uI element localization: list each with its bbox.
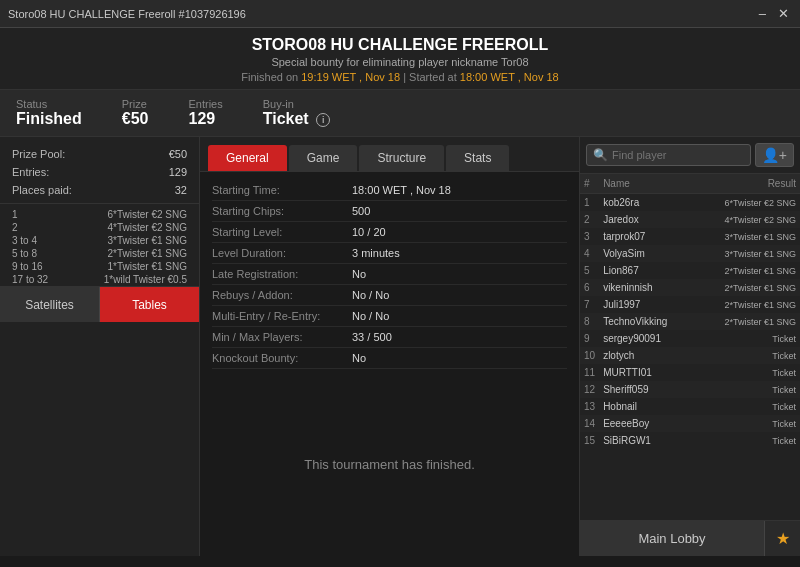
player-name: tarprok07 — [599, 228, 695, 245]
table-row[interactable]: 2Jaredox4*Twister €2 SNG — [580, 211, 800, 228]
started-time: 18:00 WET , Nov 18 — [460, 71, 559, 83]
add-player-button[interactable]: 👤+ — [755, 143, 794, 167]
table-row[interactable]: 7Juli19972*Twister €1 SNG — [580, 296, 800, 313]
info-bar: Status Finished Prize €50 Entries 129 Bu… — [0, 90, 800, 137]
left-section: Prize Pool: €50 Entries: 129 Places paid… — [0, 145, 199, 322]
prize-label: 4*Twister €2 SNG — [108, 222, 187, 233]
player-result: Ticket — [695, 330, 800, 347]
gen-value: No — [352, 352, 366, 364]
gen-value: 3 minutes — [352, 247, 400, 259]
buyin-value: Ticket i — [263, 110, 330, 128]
table-row[interactable]: 4VolyaSim3*Twister €1 SNG — [580, 245, 800, 262]
general-row: Late Registration:No — [212, 264, 567, 285]
entries-row: Entries: 129 — [0, 163, 199, 181]
table-row[interactable]: 8TechnoVikking2*Twister €1 SNG — [580, 313, 800, 330]
hash-header: # — [580, 174, 599, 194]
player-result: 2*Twister €1 SNG — [695, 313, 800, 330]
window-controls: – ✕ — [756, 6, 792, 21]
tab-structure[interactable]: Structure — [359, 145, 444, 171]
prize-label: 1*Twister €1 SNG — [108, 261, 187, 272]
prize-row: 16*Twister €2 SNG — [8, 208, 191, 221]
info-icon[interactable]: i — [316, 113, 330, 127]
prize-pool-row: Prize Pool: €50 — [0, 145, 199, 163]
general-row: Starting Time:18:00 WET , Nov 18 — [212, 180, 567, 201]
table-row[interactable]: 3tarprok073*Twister €1 SNG — [580, 228, 800, 245]
player-rank: 4 — [580, 245, 599, 262]
player-result: 6*Twister €2 SNG — [695, 194, 800, 212]
table-row[interactable]: 14EeeeeBoyTicket — [580, 415, 800, 432]
tab-stats[interactable]: Stats — [446, 145, 509, 171]
player-rank: 14 — [580, 415, 599, 432]
gen-label: Level Duration: — [212, 247, 352, 259]
player-name: SiBiRGW1 — [599, 432, 695, 449]
table-row[interactable]: 12Sheriff059Ticket — [580, 381, 800, 398]
window-title: Storo08 HU CHALLENGE Freeroll #103792619… — [8, 8, 246, 20]
player-result: 2*Twister €1 SNG — [695, 296, 800, 313]
place-label: 3 to 4 — [12, 235, 37, 246]
prize-row: 3 to 43*Twister €1 SNG — [8, 234, 191, 247]
tab-game[interactable]: Game — [289, 145, 358, 171]
status-item: Status Finished — [16, 98, 82, 128]
gen-value: 18:00 WET , Nov 18 — [352, 184, 451, 196]
general-row: Min / Max Players:33 / 500 — [212, 327, 567, 348]
prize-label: 6*Twister €2 SNG — [108, 209, 187, 220]
gen-value: No — [352, 268, 366, 280]
name-header: Name — [599, 174, 695, 194]
buyin-label: Buy-in — [263, 98, 330, 110]
general-row: Level Duration:3 minutes — [212, 243, 567, 264]
gen-value: 500 — [352, 205, 370, 217]
table-row[interactable]: 11MURTTI01Ticket — [580, 364, 800, 381]
tab-general[interactable]: General — [208, 145, 287, 171]
player-rank: 13 — [580, 398, 599, 415]
minimize-button[interactable]: – — [756, 6, 769, 21]
general-row: Knockout Bounty:No — [212, 348, 567, 369]
close-button[interactable]: ✕ — [775, 6, 792, 21]
player-rank: 9 — [580, 330, 599, 347]
table-row[interactable]: 1kob26ra6*Twister €2 SNG — [580, 194, 800, 212]
main-lobby-button[interactable]: Main Lobby — [580, 521, 764, 556]
prize-row: 9 to 161*Twister €1 SNG — [8, 260, 191, 273]
player-name: Jaredox — [599, 211, 695, 228]
entries-label-left: Entries: — [12, 166, 49, 178]
satellites-button[interactable]: Satellites — [0, 287, 100, 322]
tournament-title: STORO08 HU CHALLENGE FREEROLL — [0, 36, 800, 54]
search-input-wrap[interactable]: 🔍 — [586, 144, 751, 166]
gen-label: Starting Time: — [212, 184, 352, 196]
main-lobby-row: Main Lobby ★ — [580, 520, 800, 556]
table-row[interactable]: 9sergey90091Ticket — [580, 330, 800, 347]
finished-message: This tournament has finished. — [200, 372, 579, 556]
player-result: Ticket — [695, 398, 800, 415]
general-row: Starting Level:10 / 20 — [212, 222, 567, 243]
general-row: Multi-Entry / Re-Entry:No / No — [212, 306, 567, 327]
table-row[interactable]: 10zlotychTicket — [580, 347, 800, 364]
left-top: Prize Pool: €50 Entries: 129 Places paid… — [0, 145, 199, 286]
star-button[interactable]: ★ — [764, 521, 800, 556]
gen-value: 33 / 500 — [352, 331, 392, 343]
player-rank: 11 — [580, 364, 599, 381]
left-panel: Prize Pool: €50 Entries: 129 Places paid… — [0, 137, 200, 556]
search-input[interactable] — [612, 149, 744, 161]
table-row[interactable]: 13HobnailTicket — [580, 398, 800, 415]
player-name: TechnoVikking — [599, 313, 695, 330]
player-result: 2*Twister €1 SNG — [695, 262, 800, 279]
prize-value: €50 — [122, 110, 149, 128]
places-paid-value: 32 — [175, 184, 187, 196]
gen-label: Multi-Entry / Re-Entry: — [212, 310, 352, 322]
search-bar: 🔍 👤+ — [580, 137, 800, 174]
divider — [0, 203, 199, 204]
table-row[interactable]: 6vikeninnish2*Twister €1 SNG — [580, 279, 800, 296]
separator: | Started at — [400, 71, 460, 83]
entries-label: Entries — [188, 98, 222, 110]
entries-value-left: 129 — [169, 166, 187, 178]
player-name: MURTTI01 — [599, 364, 695, 381]
place-label: 5 to 8 — [12, 248, 37, 259]
result-header: Result — [695, 174, 800, 194]
place-label: 17 to 32 — [12, 274, 48, 285]
table-header-row: # Name Result — [580, 174, 800, 194]
tables-button[interactable]: Tables — [100, 287, 199, 322]
general-row: Starting Chips:500 — [212, 201, 567, 222]
place-label: 1 — [12, 209, 18, 220]
table-row[interactable]: 5Lion8672*Twister €1 SNG — [580, 262, 800, 279]
table-row[interactable]: 15SiBiRGW1Ticket — [580, 432, 800, 449]
status-label: Status — [16, 98, 82, 110]
